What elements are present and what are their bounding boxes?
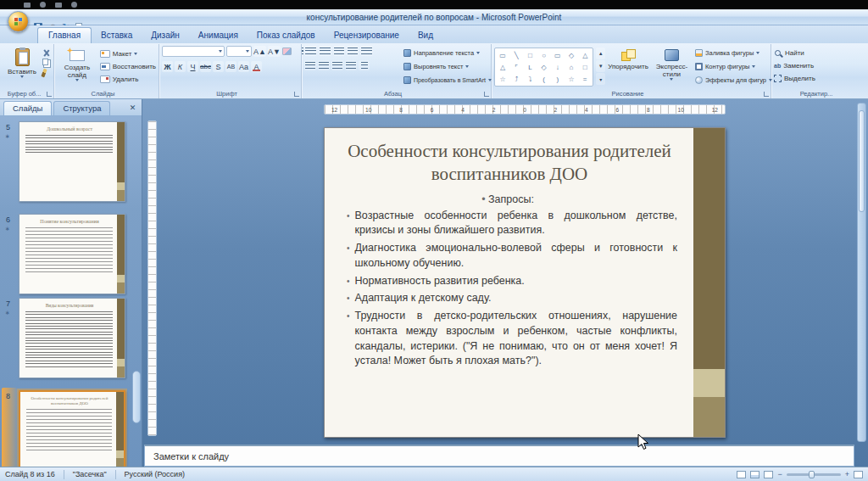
paragraph-dialog-launcher[interactable]: [484, 92, 489, 97]
new-slide-button[interactable]: Создать слайд: [57, 46, 97, 87]
character-spacing-button[interactable]: АВ: [225, 61, 236, 72]
align-center-button[interactable]: [318, 60, 330, 70]
quick-styles-button[interactable]: Экспресс-стили: [651, 46, 693, 87]
group-label-font: Шрифт: [159, 90, 294, 98]
tab-view[interactable]: Вид: [409, 28, 442, 43]
zoom-out-button[interactable]: −: [777, 471, 782, 478]
shapes-scroll-down[interactable]: ▼: [596, 60, 605, 72]
tab-design[interactable]: Дизайн: [142, 28, 189, 43]
notes-pane[interactable]: Заметки к слайду: [144, 445, 854, 467]
capture-window-icon[interactable]: [55, 3, 62, 8]
font-dialog-launcher[interactable]: [294, 92, 299, 97]
panel-tab-slides[interactable]: Слайды: [3, 101, 52, 115]
slide-lead[interactable]: • Запросы:: [350, 193, 665, 205]
tab-review[interactable]: Рецензирование: [325, 28, 409, 43]
clipboard-dialog-launcher[interactable]: [47, 92, 52, 97]
thumbnail-slide: Особенности консультирования родителей в…: [19, 390, 125, 467]
line-spacing-button[interactable]: [360, 46, 373, 56]
panel-scrollbar-thumb[interactable]: [132, 371, 141, 423]
thumb-text-lines: [26, 409, 112, 453]
format-painter-icon[interactable]: [41, 69, 47, 78]
tab-home[interactable]: Главная: [37, 27, 92, 44]
change-case-button[interactable]: Аа: [238, 61, 249, 72]
columns-button[interactable]: [359, 60, 370, 70]
slide-thumbnail-5[interactable]: 5 ∗ Дошкольный возраст: [19, 121, 125, 202]
bullets-button[interactable]: [304, 46, 317, 56]
panel-close-icon[interactable]: ✕: [127, 102, 138, 113]
vertical-ruler[interactable]: [147, 120, 157, 436]
ribbon-tab-row: Главная Вставка Дизайн Анимация Показ сл…: [0, 25, 868, 43]
shape-outline-button[interactable]: Контур фигуры: [695, 60, 768, 72]
shapes-scroll-up[interactable]: ▲: [596, 48, 605, 59]
cut-icon[interactable]: [42, 49, 50, 57]
layout-button[interactable]: Макет: [100, 48, 156, 59]
arrange-button[interactable]: Упорядочить: [608, 46, 648, 87]
thumb-text-lines: [25, 227, 113, 275]
bullet-item: •Возрастные особенности ребенка в дошкол…: [347, 209, 677, 239]
replace-button[interactable]: abЗаменить: [774, 60, 815, 71]
increase-indent-button[interactable]: [347, 46, 359, 56]
strikethrough-button[interactable]: abc: [200, 61, 211, 72]
scrollbar-thumb[interactable]: [859, 110, 865, 212]
group-label-slides: Слайды: [54, 90, 152, 98]
underline-button[interactable]: Ч: [187, 61, 198, 72]
status-theme: "Засечка": [73, 470, 107, 478]
reset-button[interactable]: Восстановить: [100, 61, 156, 72]
shrink-font-button[interactable]: А▼: [268, 46, 281, 57]
horizontal-ruler[interactable]: 12108642024681012: [324, 104, 726, 115]
paste-button[interactable]: Вставить: [4, 46, 40, 87]
slideshow-view-button[interactable]: [764, 471, 773, 478]
slide-canvas[interactable]: Особенности консультирования родителей в…: [324, 127, 726, 438]
font-name-combo[interactable]: [162, 46, 225, 57]
slide-sorter-view-button[interactable]: [750, 471, 760, 478]
main-vertical-scrollbar[interactable]: [857, 103, 866, 442]
numbering-button[interactable]: [319, 46, 331, 56]
bold-button[interactable]: Ж: [162, 61, 173, 72]
select-button[interactable]: Выделить: [774, 73, 815, 84]
align-right-button[interactable]: [331, 60, 343, 70]
text-shadow-button[interactable]: S: [213, 61, 224, 72]
decrease-indent-button[interactable]: [333, 46, 345, 56]
slide-thumbnail-7[interactable]: 7 ∗ Виды консультирования: [19, 298, 125, 378]
office-button[interactable]: [8, 11, 29, 32]
shape-fill-button[interactable]: Заливка фигуры: [695, 47, 768, 59]
shapes-gallery[interactable]: ▭╲□○▭◇△ △⌜L◇↓⌂□ ☆⤴⤵()☆=: [494, 48, 593, 87]
shape-effects-button[interactable]: Эффекты для фигур: [695, 74, 768, 86]
zoom-slider[interactable]: [787, 473, 841, 476]
panel-tab-outline[interactable]: Структура: [53, 101, 110, 115]
group-font: А▲ А▼ Ж К Ч abc S АВ Аа А Шрифт: [159, 44, 302, 98]
clear-formatting-icon[interactable]: [282, 48, 292, 55]
fit-to-window-button[interactable]: [854, 471, 863, 478]
capture-zoom-icon[interactable]: [71, 2, 77, 8]
notes-placeholder: Заметки к слайду: [153, 451, 229, 461]
normal-view-button[interactable]: [737, 471, 746, 478]
font-color-button[interactable]: А: [251, 61, 262, 72]
find-button[interactable]: Найти: [774, 48, 815, 59]
tab-insert[interactable]: Вставка: [92, 28, 142, 43]
convert-smartart-button[interactable]: Преобразовать в SmartArt: [403, 74, 488, 86]
slide-title[interactable]: Особенности консультирования родителей в…: [345, 140, 674, 187]
slide-thumbnail-6[interactable]: 6 ∗ Понятие консультирования: [19, 214, 125, 294]
copy-icon[interactable]: [42, 59, 48, 65]
slide-body[interactable]: •Возрастные особенности ребенка в дошкол…: [347, 209, 677, 370]
zoom-slider-thumb[interactable]: [809, 471, 815, 478]
zoom-in-button[interactable]: +: [845, 471, 849, 478]
tab-animation[interactable]: Анимация: [189, 28, 248, 43]
delete-slide-button[interactable]: Удалить: [100, 74, 156, 85]
new-slide-icon: [70, 50, 85, 61]
drawing-dialog-launcher[interactable]: [764, 92, 769, 97]
justify-button[interactable]: [345, 60, 357, 70]
shapes-more[interactable]: ▾: [596, 73, 605, 85]
tab-slideshow[interactable]: Показ слайдов: [248, 28, 325, 43]
capture-grid-icon[interactable]: [24, 3, 31, 8]
animation-indicator-icon: ∗: [5, 310, 10, 316]
grow-font-button[interactable]: А▲: [253, 46, 266, 57]
align-left-button[interactable]: [304, 60, 316, 70]
capture-record-icon[interactable]: [40, 2, 46, 8]
text-direction-button[interactable]: Направление текста: [403, 47, 488, 59]
thumbnail-slide: Виды консультирования: [19, 298, 125, 378]
font-size-combo[interactable]: [226, 46, 252, 57]
align-text-button[interactable]: Выровнять текст: [403, 60, 488, 72]
italic-button[interactable]: К: [175, 61, 186, 72]
slide-thumbnail-8-selected[interactable]: 8 Особенности консультирования родителей…: [19, 390, 125, 467]
